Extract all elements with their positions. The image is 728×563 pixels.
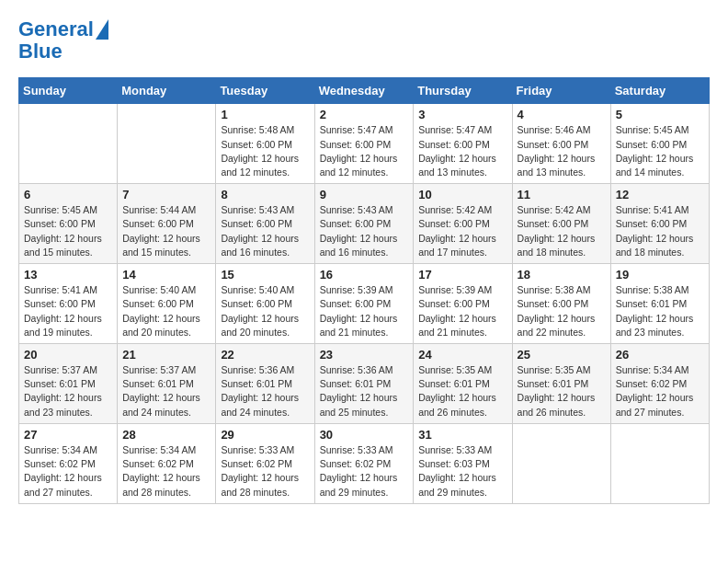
day-info: Sunrise: 5:37 AM Sunset: 6:01 PM Dayligh… — [24, 363, 112, 419]
calendar-header-row: SundayMondayTuesdayWednesdayThursdayFrid… — [19, 78, 710, 104]
calendar-cell — [610, 423, 709, 503]
calendar-cell: 20Sunrise: 5:37 AM Sunset: 6:01 PM Dayli… — [19, 344, 118, 424]
day-info: Sunrise: 5:33 AM Sunset: 6:03 PM Dayligh… — [418, 443, 506, 500]
day-number: 11 — [518, 188, 606, 201]
day-info: Sunrise: 5:38 AM Sunset: 6:00 PM Dayligh… — [518, 283, 606, 339]
calendar-cell: 21Sunrise: 5:37 AM Sunset: 6:01 PM Dayli… — [118, 344, 216, 424]
calendar-week-row: 1Sunrise: 5:48 AM Sunset: 6:00 PM Daylig… — [19, 104, 710, 184]
day-info: Sunrise: 5:43 AM Sunset: 6:00 PM Dayligh… — [320, 203, 409, 259]
calendar-cell: 18Sunrise: 5:38 AM Sunset: 6:00 PM Dayli… — [512, 264, 610, 344]
calendar-cell: 17Sunrise: 5:39 AM Sunset: 6:00 PM Dayli… — [414, 264, 512, 344]
calendar-cell: 22Sunrise: 5:36 AM Sunset: 6:01 PM Dayli… — [216, 344, 314, 424]
day-number: 20 — [24, 348, 112, 362]
weekday-header: Thursday — [414, 78, 512, 104]
day-number: 24 — [418, 348, 506, 362]
weekday-header: Saturday — [610, 78, 709, 104]
calendar-cell: 19Sunrise: 5:38 AM Sunset: 6:01 PM Dayli… — [610, 264, 709, 344]
calendar-cell — [19, 104, 118, 184]
day-number: 10 — [418, 188, 506, 201]
day-number: 6 — [24, 188, 112, 201]
day-info: Sunrise: 5:47 AM Sunset: 6:00 PM Dayligh… — [320, 123, 409, 179]
calendar-cell: 24Sunrise: 5:35 AM Sunset: 6:01 PM Dayli… — [414, 344, 512, 424]
day-number: 23 — [320, 348, 409, 362]
calendar-cell: 11Sunrise: 5:42 AM Sunset: 6:00 PM Dayli… — [512, 184, 610, 264]
calendar-cell: 16Sunrise: 5:39 AM Sunset: 6:00 PM Dayli… — [314, 264, 414, 344]
day-info: Sunrise: 5:39 AM Sunset: 6:00 PM Dayligh… — [320, 283, 409, 339]
calendar-cell: 29Sunrise: 5:33 AM Sunset: 6:02 PM Dayli… — [216, 423, 314, 503]
day-number: 14 — [122, 268, 210, 282]
calendar-cell: 4Sunrise: 5:46 AM Sunset: 6:00 PM Daylig… — [512, 104, 610, 184]
calendar-cell: 8Sunrise: 5:43 AM Sunset: 6:00 PM Daylig… — [216, 184, 314, 264]
day-info: Sunrise: 5:34 AM Sunset: 6:02 PM Dayligh… — [24, 443, 112, 500]
day-number: 22 — [221, 348, 309, 362]
day-number: 19 — [616, 268, 704, 282]
calendar-week-row: 20Sunrise: 5:37 AM Sunset: 6:01 PM Dayli… — [19, 344, 710, 424]
day-info: Sunrise: 5:43 AM Sunset: 6:00 PM Dayligh… — [221, 203, 309, 259]
calendar-week-row: 27Sunrise: 5:34 AM Sunset: 6:02 PM Dayli… — [19, 423, 710, 503]
day-number: 26 — [616, 348, 704, 362]
day-info: Sunrise: 5:45 AM Sunset: 6:00 PM Dayligh… — [616, 123, 704, 179]
calendar-cell: 10Sunrise: 5:42 AM Sunset: 6:00 PM Dayli… — [414, 184, 512, 264]
calendar-cell: 25Sunrise: 5:35 AM Sunset: 6:01 PM Dayli… — [512, 344, 610, 424]
day-info: Sunrise: 5:48 AM Sunset: 6:00 PM Dayligh… — [221, 123, 309, 179]
weekday-header: Sunday — [19, 78, 118, 104]
day-number: 25 — [518, 348, 606, 362]
calendar-cell — [118, 104, 216, 184]
calendar-cell: 26Sunrise: 5:34 AM Sunset: 6:02 PM Dayli… — [610, 344, 709, 424]
day-number: 31 — [418, 428, 506, 442]
calendar-cell: 27Sunrise: 5:34 AM Sunset: 6:02 PM Dayli… — [19, 423, 118, 503]
day-number: 7 — [122, 188, 210, 201]
calendar-cell: 6Sunrise: 5:45 AM Sunset: 6:00 PM Daylig… — [19, 184, 118, 264]
day-number: 15 — [221, 268, 309, 282]
day-info: Sunrise: 5:36 AM Sunset: 6:01 PM Dayligh… — [221, 363, 309, 419]
day-info: Sunrise: 5:42 AM Sunset: 6:00 PM Dayligh… — [518, 203, 606, 259]
day-number: 17 — [418, 268, 506, 282]
calendar-cell: 15Sunrise: 5:40 AM Sunset: 6:00 PM Dayli… — [216, 264, 314, 344]
calendar-cell: 2Sunrise: 5:47 AM Sunset: 6:00 PM Daylig… — [314, 104, 414, 184]
day-info: Sunrise: 5:40 AM Sunset: 6:00 PM Dayligh… — [221, 283, 309, 339]
calendar-cell — [512, 423, 610, 503]
day-number: 12 — [616, 188, 704, 201]
calendar-week-row: 13Sunrise: 5:41 AM Sunset: 6:00 PM Dayli… — [19, 264, 710, 344]
day-info: Sunrise: 5:33 AM Sunset: 6:02 PM Dayligh… — [320, 443, 409, 500]
day-info: Sunrise: 5:47 AM Sunset: 6:00 PM Dayligh… — [418, 123, 506, 179]
calendar-cell: 31Sunrise: 5:33 AM Sunset: 6:03 PM Dayli… — [414, 423, 512, 503]
day-info: Sunrise: 5:42 AM Sunset: 6:00 PM Dayligh… — [418, 203, 506, 259]
page-header: General Blue — [18, 18, 710, 63]
calendar-cell: 7Sunrise: 5:44 AM Sunset: 6:00 PM Daylig… — [118, 184, 216, 264]
day-info: Sunrise: 5:34 AM Sunset: 6:02 PM Dayligh… — [122, 443, 210, 500]
day-number: 1 — [221, 108, 309, 121]
weekday-header: Wednesday — [314, 78, 414, 104]
day-info: Sunrise: 5:35 AM Sunset: 6:01 PM Dayligh… — [518, 363, 606, 419]
day-number: 9 — [320, 188, 409, 201]
calendar-cell: 12Sunrise: 5:41 AM Sunset: 6:00 PM Dayli… — [610, 184, 709, 264]
weekday-header: Monday — [118, 78, 216, 104]
calendar-cell: 14Sunrise: 5:40 AM Sunset: 6:00 PM Dayli… — [118, 264, 216, 344]
day-info: Sunrise: 5:44 AM Sunset: 6:00 PM Dayligh… — [122, 203, 210, 259]
day-number: 30 — [320, 428, 409, 442]
day-number: 3 — [418, 108, 506, 121]
day-info: Sunrise: 5:36 AM Sunset: 6:01 PM Dayligh… — [320, 363, 409, 419]
calendar-cell: 3Sunrise: 5:47 AM Sunset: 6:00 PM Daylig… — [414, 104, 512, 184]
logo-icon — [96, 19, 108, 40]
calendar-cell: 23Sunrise: 5:36 AM Sunset: 6:01 PM Dayli… — [314, 344, 414, 424]
calendar-cell: 13Sunrise: 5:41 AM Sunset: 6:00 PM Dayli… — [19, 264, 118, 344]
day-info: Sunrise: 5:33 AM Sunset: 6:02 PM Dayligh… — [221, 443, 309, 500]
weekday-header: Friday — [512, 78, 610, 104]
day-number: 21 — [122, 348, 210, 362]
day-info: Sunrise: 5:34 AM Sunset: 6:02 PM Dayligh… — [616, 363, 704, 419]
logo: General Blue — [18, 18, 108, 63]
day-info: Sunrise: 5:41 AM Sunset: 6:00 PM Dayligh… — [616, 203, 704, 259]
day-info: Sunrise: 5:41 AM Sunset: 6:00 PM Dayligh… — [24, 283, 112, 339]
calendar-cell: 5Sunrise: 5:45 AM Sunset: 6:00 PM Daylig… — [610, 104, 709, 184]
calendar-table: SundayMondayTuesdayWednesdayThursdayFrid… — [18, 77, 710, 503]
day-number: 4 — [518, 108, 606, 121]
day-number: 29 — [221, 428, 309, 442]
logo-blue-text: Blue — [18, 40, 63, 63]
day-info: Sunrise: 5:35 AM Sunset: 6:01 PM Dayligh… — [418, 363, 506, 419]
day-info: Sunrise: 5:45 AM Sunset: 6:00 PM Dayligh… — [24, 203, 112, 259]
day-number: 18 — [518, 268, 606, 282]
calendar-cell: 1Sunrise: 5:48 AM Sunset: 6:00 PM Daylig… — [216, 104, 314, 184]
weekday-header: Tuesday — [216, 78, 314, 104]
calendar-cell: 30Sunrise: 5:33 AM Sunset: 6:02 PM Dayli… — [314, 423, 414, 503]
